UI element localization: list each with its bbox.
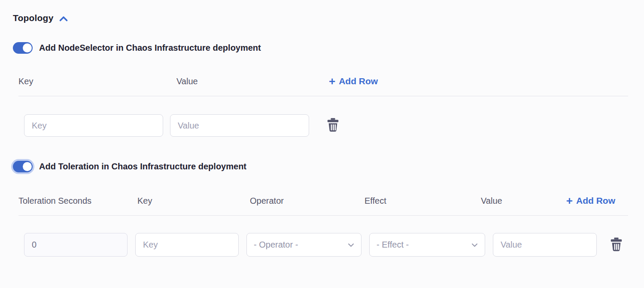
effect-select[interactable]: - Effect - <box>369 233 485 257</box>
toggle-knob <box>23 162 32 171</box>
plus-icon: + <box>329 77 335 86</box>
key-input[interactable] <box>24 114 163 137</box>
toleration-row: - Operator - - Effect - <box>24 233 628 257</box>
toleration-toggle-row: Add Toleration in Chaos Infrastructure d… <box>13 161 644 172</box>
header-value: Value <box>176 77 329 86</box>
toleration-table: Toleration Seconds Key Operator Effect V… <box>18 196 628 257</box>
toleration-table-header: Toleration Seconds Key Operator Effect V… <box>18 196 628 216</box>
trash-icon <box>326 118 340 133</box>
header-key: Key <box>18 77 176 86</box>
delete-row-button[interactable] <box>610 237 623 253</box>
add-row-button-toleration[interactable]: + Add Row <box>566 196 615 206</box>
node-selector-table-header: Key Value + Add Row <box>18 76 628 96</box>
header-effect: Effect <box>365 196 481 206</box>
effect-select-value: - Effect - <box>377 240 409 250</box>
delete-row-button[interactable] <box>326 118 340 133</box>
value-input[interactable] <box>493 233 597 257</box>
node-selector-toggle-row: Add NodeSelector in Chaos Infrastructure… <box>13 42 644 54</box>
chevron-down-icon <box>348 241 354 249</box>
section-title: Topology <box>13 13 54 23</box>
node-selector-row <box>24 114 628 137</box>
operator-select[interactable]: - Operator - <box>246 233 361 257</box>
topology-section-header[interactable]: Topology <box>13 13 644 23</box>
header-value: Value <box>481 196 549 206</box>
header-toleration-seconds: Toleration Seconds <box>18 196 137 206</box>
add-row-button-nodeselector[interactable]: + Add Row <box>329 76 378 86</box>
operator-select-value: - Operator - <box>254 240 298 250</box>
toleration-toggle[interactable] <box>13 161 33 172</box>
toleration-seconds-input[interactable] <box>24 233 128 257</box>
add-row-label: Add Row <box>576 196 615 206</box>
toggle-knob <box>23 43 32 52</box>
key-input[interactable] <box>135 233 239 257</box>
value-input[interactable] <box>170 114 309 137</box>
node-selector-table: Key Value + Add Row <box>18 76 628 137</box>
toleration-toggle-label: Add Toleration in Chaos Infrastructure d… <box>39 162 246 172</box>
add-row-label: Add Row <box>339 76 378 86</box>
topology-settings-page: Topology Add NodeSelector in Chaos Infra… <box>0 0 644 288</box>
chevron-down-icon <box>471 241 478 249</box>
node-selector-toggle-label: Add NodeSelector in Chaos Infrastructure… <box>39 43 261 53</box>
header-key: Key <box>137 196 250 206</box>
plus-icon: + <box>566 196 573 205</box>
node-selector-toggle[interactable] <box>13 42 33 54</box>
header-operator: Operator <box>250 196 365 206</box>
chevron-up-icon[interactable] <box>59 15 68 22</box>
trash-icon <box>610 237 623 253</box>
